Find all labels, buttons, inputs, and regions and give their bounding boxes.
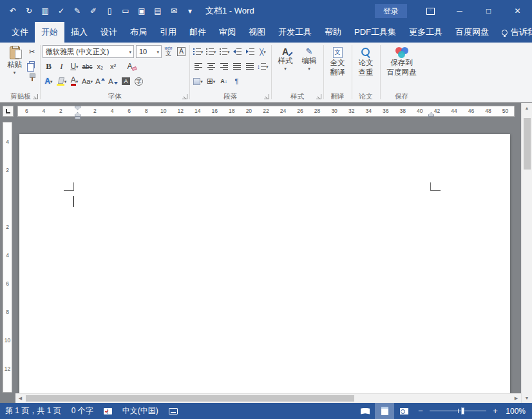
font-dialog-launcher-icon[interactable] <box>182 94 187 99</box>
new-document-icon[interactable]: ▯ <box>102 3 117 19</box>
print-preview-icon[interactable]: ▥ <box>37 3 53 19</box>
phonetic-guide-button[interactable]: wén文 <box>162 46 175 58</box>
italic-button[interactable]: I <box>55 61 68 73</box>
redo-icon[interactable]: ↻ <box>21 3 37 19</box>
borders-button[interactable]: ⊞▾ <box>205 75 217 88</box>
cut-button[interactable]: ✂ <box>26 46 38 58</box>
input-mode-icon[interactable] <box>169 408 178 414</box>
vertical-scroll-thumb[interactable] <box>524 118 531 170</box>
save-to-netdisk-button[interactable]: 保存到 百度网盘 <box>383 44 421 91</box>
distribute-button[interactable] <box>243 61 256 73</box>
tab-pdf-tools[interactable]: PDF工具集 <box>348 22 403 43</box>
customize-quick-access-icon[interactable]: ▾ <box>182 3 198 19</box>
tell-me-box[interactable]: 告诉我 <box>495 22 532 43</box>
ink-icon[interactable]: ✐ <box>86 3 101 19</box>
text-effects-button[interactable]: A▾ <box>43 75 55 88</box>
tab-review[interactable]: 审阅 <box>213 22 242 43</box>
subscript-button[interactable]: x₂ <box>94 61 106 73</box>
align-right-button[interactable] <box>218 61 230 73</box>
align-left-button[interactable] <box>192 61 204 73</box>
grow-font-button[interactable]: A <box>94 75 106 88</box>
styles-button[interactable]: A 样式 ▾ <box>274 44 298 91</box>
scroll-left-icon[interactable]: ◀ <box>15 394 25 403</box>
page-indicator[interactable]: 第 1 页，共 1 页 <box>5 405 61 416</box>
open-icon[interactable]: ▭ <box>118 3 133 19</box>
read-mode-button[interactable] <box>356 403 375 419</box>
save-icon[interactable]: ▣ <box>134 3 149 19</box>
login-button[interactable]: 登录 <box>375 4 407 18</box>
tab-developer[interactable]: 开发工具 <box>272 22 318 43</box>
tab-home[interactable]: 开始 <box>35 22 64 43</box>
document-page[interactable] <box>19 134 510 393</box>
tab-selector[interactable] <box>3 106 14 117</box>
change-case-button[interactable]: Aa▾ <box>81 75 93 88</box>
tab-design[interactable]: 设计 <box>94 22 124 43</box>
font-family-select[interactable]: 微软雅黑 (中文正文) ▾ <box>43 45 134 58</box>
line-spacing-button[interactable]: ↕▾ <box>256 61 269 73</box>
enclose-characters-button[interactable]: 字 <box>133 75 145 88</box>
horizontal-scrollbar[interactable]: ◀ ▶ <box>15 393 521 403</box>
tab-help[interactable]: 帮助 <box>318 22 348 43</box>
proofing-status-icon[interactable] <box>104 408 112 414</box>
word-count[interactable]: 0 个字 <box>71 405 93 416</box>
tab-file[interactable]: 文件 <box>5 22 35 43</box>
font-size-select[interactable]: 10 ▾ <box>136 45 162 58</box>
align-center-button[interactable] <box>205 61 217 73</box>
tab-layout[interactable]: 布局 <box>124 22 153 43</box>
web-layout-button[interactable] <box>394 403 413 419</box>
clear-formatting-button[interactable]: A <box>126 61 138 73</box>
close-button[interactable]: ✕ <box>503 0 532 22</box>
language-indicator[interactable]: 中文(中国) <box>122 405 158 416</box>
show-hide-marks-button[interactable]: ¶ <box>231 75 243 88</box>
character-border-button[interactable]: A <box>175 46 187 58</box>
tab-view[interactable]: 视图 <box>242 22 272 43</box>
tab-references[interactable]: 引用 <box>153 22 183 43</box>
bold-button[interactable]: B <box>43 61 55 73</box>
full-text-translate-button[interactable]: 文 全文 翻译 <box>326 44 350 91</box>
quick-print-icon[interactable]: ▤ <box>150 3 166 19</box>
paper-check-button[interactable]: 论文 查重 <box>354 44 378 91</box>
zoom-out-button[interactable]: − <box>413 406 428 416</box>
styles-dialog-launcher-icon[interactable] <box>316 94 321 99</box>
tab-more-tools[interactable]: 更多工具 <box>403 22 449 43</box>
tab-baidu-netdisk[interactable]: 百度网盘 <box>449 22 495 43</box>
justify-button[interactable] <box>231 61 243 73</box>
maximize-button[interactable]: □ <box>474 0 503 22</box>
character-shading-button[interactable]: A <box>120 75 132 88</box>
format-painter-button[interactable] <box>26 72 38 84</box>
scroll-up-icon[interactable]: ▲ <box>522 103 532 113</box>
decrease-indent-button[interactable] <box>231 46 243 58</box>
multilevel-list-button[interactable]: ▾ <box>218 46 231 58</box>
minimize-button[interactable]: ─ <box>445 0 474 22</box>
increase-indent-button[interactable] <box>244 46 256 58</box>
font-color-button[interactable]: A▾ <box>68 75 81 88</box>
horizontal-ruler[interactable]: 6422468101214161820222426283032343638404… <box>17 106 515 117</box>
email-icon[interactable]: ✉ <box>166 3 182 19</box>
draw-icon[interactable]: ✎ <box>70 3 85 19</box>
zoom-slider[interactable] <box>430 411 486 411</box>
zoom-in-button[interactable]: + <box>488 406 502 416</box>
numbered-list-button[interactable]: ▾ <box>205 46 217 58</box>
copy-button[interactable] <box>26 59 38 71</box>
vertical-scrollbar[interactable]: ▲ ▼ <box>521 103 532 403</box>
shading-button[interactable]: ▾ <box>192 75 204 88</box>
scroll-right-icon[interactable]: ▶ <box>511 394 521 403</box>
strikethrough-button[interactable]: abc <box>81 61 93 73</box>
bullet-list-button[interactable]: ▾ <box>192 46 204 58</box>
tab-insert[interactable]: 插入 <box>64 22 94 43</box>
undo-icon[interactable]: ↶ <box>5 3 21 19</box>
superscript-button[interactable]: x² <box>107 61 119 73</box>
horizontal-scroll-thumb[interactable] <box>26 395 354 402</box>
paragraph-dialog-launcher-icon[interactable] <box>264 94 269 99</box>
paste-button[interactable]: 粘贴 ▾ <box>3 44 26 91</box>
sort-button[interactable]: A↓ <box>218 75 230 88</box>
left-indent-marker[interactable] <box>75 117 81 119</box>
highlight-color-button[interactable]: ▾ <box>55 75 68 88</box>
spelling-grammar-icon[interactable]: ✓ <box>53 3 69 19</box>
ribbon-display-options-button[interactable]: ˆ <box>416 0 445 22</box>
clipboard-dialog-launcher-icon[interactable] <box>33 94 38 99</box>
underline-button[interactable]: U▾ <box>68 61 81 73</box>
print-layout-button[interactable] <box>375 403 394 419</box>
asian-layout-button[interactable]: ╳▾ <box>257 46 269 58</box>
editing-button[interactable]: ✎ 编辑 ▾ <box>298 44 321 91</box>
